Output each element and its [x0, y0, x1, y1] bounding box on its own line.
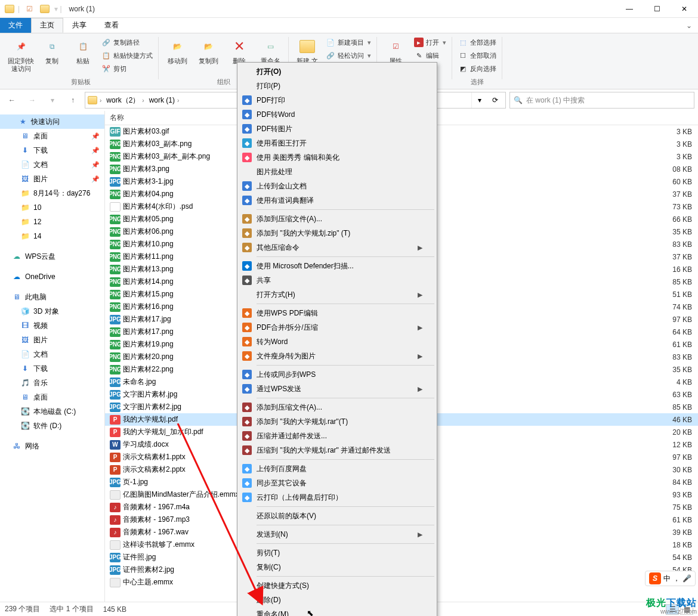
sidebar-item[interactable]: 📄文档 — [0, 347, 104, 361]
sidebar-item[interactable]: 📁10 — [0, 200, 104, 215]
tab-home[interactable]: 主页 — [31, 18, 63, 33]
context-menu-item[interactable]: 图片批处理 — [239, 165, 436, 179]
context-menu-item[interactable]: ◆ 添加到压缩文件(A)... — [239, 212, 436, 226]
context-menu-item[interactable]: ◆ 压缩到 "我的大学规划.rar" 并通过邮件发送 — [239, 443, 436, 457]
select-none-button[interactable]: ☐全部取消 — [456, 49, 499, 62]
sidebar-onedrive[interactable]: ☁OneDrive — [0, 270, 104, 284]
context-menu-item[interactable]: ◆ 上传到百度网盘 — [239, 462, 436, 476]
ribbon-collapse-button[interactable]: ⌄ — [680, 18, 698, 33]
refresh-button[interactable]: ⟳ — [487, 92, 503, 108]
context-menu-item[interactable]: 剪切(T) — [239, 546, 436, 560]
context-menu-item[interactable]: ◆ 使用 美图秀秀 编辑和美化 — [239, 150, 436, 165]
context-menu-item[interactable]: ◆ 添加到 "我的大学规划.zip" (T) — [239, 226, 436, 240]
tab-file[interactable]: 文件 — [0, 18, 31, 33]
context-menu-item[interactable]: ◆ PDF转Word — [239, 107, 436, 122]
sidebar-item[interactable]: 📁12 — [0, 215, 104, 229]
paste-shortcut-button[interactable]: 📋粘贴快捷方式 — [99, 49, 155, 62]
file-size: 61 KB — [662, 516, 698, 524]
search-input[interactable]: 🔍 在 work (1) 中搜索 — [509, 92, 694, 109]
breadcrumb-2[interactable]: work (1)› — [147, 96, 182, 104]
context-menu-item[interactable]: ◆ 通过WPS发送 ▶ — [239, 382, 436, 396]
cut-button[interactable]: ✂️剪切 — [99, 62, 155, 75]
close-button[interactable]: ✕ — [671, 0, 698, 18]
sidebar-item[interactable]: 🧊3D 对象 — [0, 304, 104, 318]
context-menu-item[interactable]: ◆ 上传到金山文档 — [239, 179, 436, 193]
up-button[interactable]: ↑ — [64, 92, 81, 109]
sidebar-wps[interactable]: ☁WPS云盘 — [0, 249, 104, 264]
context-menu-item[interactable]: 删除(D) — [239, 593, 436, 607]
context-menu-item[interactable]: ◆ 添加到压缩文件(A)... — [239, 400, 436, 414]
copy-path-button[interactable]: 🔗复制路径 — [99, 36, 155, 49]
context-menu-item[interactable]: ◆ 使用 Microsoft Defender扫描... — [239, 259, 436, 273]
sidebar-item[interactable]: ⬇下载 — [0, 361, 104, 376]
context-menu-item[interactable]: ◆ PDF转图片 — [239, 122, 436, 136]
minimize-button[interactable]: ― — [616, 0, 643, 18]
tab-share[interactable]: 共享 — [63, 18, 95, 33]
edit-button[interactable]: ✎编辑 — [412, 49, 449, 62]
context-menu-item[interactable]: 打开(O) — [239, 64, 436, 79]
sidebar-item[interactable]: 🖼图片📌 — [0, 172, 104, 186]
address-dropdown[interactable]: ▾ — [472, 92, 487, 108]
sidebar-item[interactable]: 💽本地磁盘 (C:) — [0, 404, 104, 419]
context-menu-item[interactable]: ◆ 共享 — [239, 273, 436, 287]
context-menu-item[interactable]: 创建快捷方式(S) — [239, 578, 436, 593]
history-dropdown[interactable]: ▾ — [44, 92, 61, 109]
sidebar-item[interactable]: 📄文档📌 — [0, 157, 104, 172]
context-menu-item[interactable]: 打开方式(H) ▶ — [239, 287, 436, 302]
move-to-button[interactable]: 📂移动到 — [162, 36, 192, 78]
context-menu-item[interactable]: ◆ PDF合并/拆分/压缩 ▶ — [239, 320, 436, 335]
forward-button[interactable]: → — [24, 92, 41, 109]
breadcrumb-1[interactable]: work（2）› — [104, 95, 146, 106]
sidebar-item[interactable]: ⬇下载📌 — [0, 143, 104, 157]
copy-button[interactable]: ⧉复制 — [37, 36, 67, 78]
sidebar-item[interactable]: 🖥桌面📌 — [0, 129, 104, 143]
sidebar-quick-access[interactable]: ★快速访问 — [0, 114, 104, 129]
sidebar-item[interactable]: 🎵音乐 — [0, 376, 104, 390]
sidebar-thispc[interactable]: 🖥此电脑 — [0, 290, 104, 304]
back-button[interactable]: ← — [4, 92, 20, 109]
open-button[interactable]: ▸打开▾ — [412, 36, 449, 49]
ime-badge[interactable]: S 中 ， 🎤 — [645, 571, 696, 586]
sidebar-item[interactable]: 💽软件 (D:) — [0, 419, 104, 433]
context-menu-item[interactable]: ◆ 压缩并通过邮件发送... — [239, 429, 436, 443]
sidebar-item[interactable]: 🖥桌面 — [0, 390, 104, 404]
sidebar-network[interactable]: 🖧网络 — [0, 439, 104, 453]
qat-folder-icon[interactable] — [39, 3, 51, 15]
context-menu-item[interactable]: ◆ 使用看图王打开 — [239, 136, 436, 150]
copy-to-button[interactable]: 📂复制到 — [193, 36, 223, 78]
breadcrumb-root-chev[interactable]: › — [97, 97, 104, 104]
file-size: 37 KB — [662, 190, 698, 199]
invert-selection-button[interactable]: ◩反向选择 — [456, 62, 499, 75]
context-menu-item[interactable]: ◆ 上传或同步到WPS — [239, 367, 436, 382]
context-menu-item[interactable]: ◆ 同步至其它设备 — [239, 476, 436, 490]
sidebar-item[interactable]: 🖼图片 — [0, 333, 104, 347]
file-icon: JPG — [110, 177, 121, 187]
qat-check-icon[interactable]: ☑ — [23, 3, 35, 15]
new-item-button[interactable]: 📄新建项目▾ — [323, 36, 373, 49]
paste-button[interactable]: 📋粘贴 — [68, 36, 98, 78]
context-menu-item[interactable]: 发送到(N) ▶ — [239, 527, 436, 541]
select-all-button[interactable]: ⬚全部选择 — [456, 36, 499, 49]
pin-button[interactable]: 📌固定到快 速访问 — [6, 36, 36, 78]
easy-access-button[interactable]: 🔗轻松访问▾ — [323, 49, 373, 62]
context-menu-item[interactable]: ◆ 文件瘦身/转为图片 ▶ — [239, 349, 436, 363]
context-menu-item[interactable]: 重命名(M) — [239, 607, 436, 616]
file-name: 图片素材11.png — [123, 252, 174, 262]
context-menu-item[interactable]: 复制(C) — [239, 560, 436, 574]
file-size: 39 KB — [662, 528, 698, 537]
context-menu-item[interactable]: 打印(P) — [239, 79, 436, 93]
context-menu-item[interactable]: ◆ 添加到 "我的大学规划.rar"(T) — [239, 414, 436, 429]
sidebar-item[interactable]: 🎞视频 — [0, 318, 104, 333]
context-menu-item[interactable]: ◆ 使用有道词典翻译 — [239, 193, 436, 208]
tab-view[interactable]: 查看 — [95, 18, 128, 33]
context-menu-item[interactable]: ◆ 使用WPS PDF编辑 — [239, 306, 436, 320]
context-menu-item[interactable]: ◆ 其他压缩命令 ▶ — [239, 240, 436, 255]
sidebar-item[interactable]: 📁14 — [0, 229, 104, 243]
sidebar-item[interactable]: 📁8月14号：day276 — [0, 186, 104, 200]
context-menu-item[interactable]: ◆ 转为Word — [239, 335, 436, 349]
maximize-button[interactable]: ☐ — [643, 0, 671, 18]
context-menu-separator — [257, 506, 434, 507]
context-menu-item[interactable]: ◆ PDF打印 — [239, 93, 436, 107]
context-menu-item[interactable]: 还原以前的版本(V) — [239, 509, 436, 523]
context-menu-item[interactable]: ◆ 云打印（上传网盘后打印） — [239, 490, 436, 504]
